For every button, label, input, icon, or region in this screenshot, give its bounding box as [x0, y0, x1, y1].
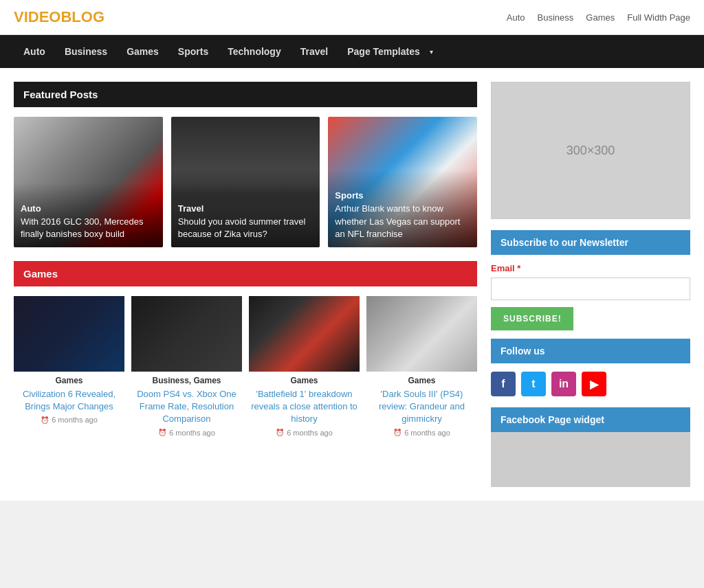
top-nav-item-games[interactable]: Games: [586, 12, 615, 23]
featured-title: With 2016 GLC 300, Mercedes finally bani…: [21, 216, 156, 240]
newsletter-title: Subscribe to our Newsletter: [491, 230, 690, 255]
time-text: 6 months ago: [52, 416, 98, 424]
featured-title: Arthur Blank wants to know whether Las V…: [335, 203, 470, 240]
featured-category: Sports: [335, 190, 470, 201]
instagram-icon[interactable]: in: [551, 372, 576, 396]
follow-title: Follow us: [491, 339, 690, 363]
clock-icon: ⏰: [158, 429, 166, 436]
nav-item-auto[interactable]: Auto: [14, 35, 55, 68]
featured-grid: AutoWith 2016 GLC 300, Mercedes finally …: [14, 117, 477, 247]
nav-item-games[interactable]: Games: [117, 35, 168, 68]
nav-item-sports[interactable]: Sports: [168, 35, 218, 68]
game-thumb: [14, 296, 124, 372]
nav-dropdown-page-templates[interactable]: Page Templates▾: [338, 35, 440, 68]
game-item: GamesCivilization 6 Revealed, Brings Maj…: [14, 296, 124, 437]
logo-part1: VIDEO: [14, 8, 60, 25]
game-timestamp: ⏰6 months ago: [366, 429, 477, 437]
ad-banner: 300×300: [491, 82, 690, 219]
featured-overlay: TravelShould you avoid summer travel bec…: [171, 183, 320, 247]
game-categories: Business, Games: [131, 376, 242, 385]
games-section: Games GamesCivilization 6 Revealed, Brin…: [14, 261, 477, 437]
featured-overlay: AutoWith 2016 GLC 300, Mercedes finally …: [14, 183, 163, 247]
game-categories: Games: [14, 376, 124, 385]
game-timestamp: ⏰6 months ago: [14, 416, 124, 424]
game-meta: Business, GamesDoom PS4 vs. Xbox One Fra…: [131, 376, 242, 437]
clock-icon: ⏰: [393, 429, 402, 436]
top-nav-item-auto[interactable]: Auto: [507, 12, 525, 23]
subscribe-button[interactable]: SUBSCRIBE!: [491, 307, 573, 330]
games-grid: GamesCivilization 6 Revealed, Brings Maj…: [14, 296, 477, 437]
featured-item-auto[interactable]: AutoWith 2016 GLC 300, Mercedes finally …: [14, 117, 163, 247]
featured-overlay: SportsArthur Blank wants to know whether…: [328, 170, 477, 247]
email-label: Email *: [491, 263, 690, 273]
nav-item-technology[interactable]: Technology: [218, 35, 291, 68]
featured-item-sports[interactable]: SportsArthur Blank wants to know whether…: [328, 117, 477, 247]
featured-category: Travel: [178, 203, 314, 214]
top-nav-item-business[interactable]: Business: [538, 12, 574, 23]
clock-icon: ⏰: [276, 429, 284, 436]
game-meta: Games'Battlefield 1' breakdown reveals a…: [249, 376, 360, 437]
game-categories: Games: [249, 376, 360, 385]
time-text: 6 months ago: [169, 429, 215, 437]
time-text: 6 months ago: [404, 429, 450, 437]
youtube-icon[interactable]: ▶: [582, 372, 606, 396]
top-navigation: AutoBusinessGamesFull Width Page: [507, 12, 690, 23]
nav-item-page-templates[interactable]: Page Templates: [338, 35, 430, 68]
featured-item-travel[interactable]: TravelShould you avoid summer travel bec…: [171, 117, 320, 247]
facebook-preview: [491, 432, 690, 487]
featured-category: Auto: [21, 203, 156, 214]
social-icons-list: ftin▶: [491, 372, 690, 396]
game-link[interactable]: 'Battlefield 1' breakdown reveals a clos…: [249, 388, 360, 426]
twitter-icon[interactable]: t: [521, 372, 546, 396]
facebook-page-widget: Facebook Page widget: [491, 407, 690, 487]
time-text: 6 months ago: [287, 429, 333, 437]
game-categories: Games: [366, 376, 477, 385]
site-logo[interactable]: VIDEOBLOG: [14, 8, 104, 26]
game-thumb: [131, 296, 242, 372]
chevron-down-icon: ▾: [430, 37, 440, 67]
game-meta: GamesCivilization 6 Revealed, Brings Maj…: [14, 376, 124, 424]
game-timestamp: ⏰6 months ago: [131, 429, 242, 437]
facebook-icon[interactable]: f: [491, 372, 516, 396]
game-item: Business, GamesDoom PS4 vs. Xbox One Fra…: [131, 296, 242, 437]
logo-part2: BLOG: [60, 8, 104, 25]
email-input[interactable]: [491, 278, 690, 300]
games-section-header: Games: [14, 261, 477, 286]
featured-posts-section: Featured Posts AutoWith 2016 GLC 300, Me…: [14, 82, 477, 247]
game-thumb: [366, 296, 477, 372]
newsletter-widget: Subscribe to our Newsletter Email * SUBS…: [491, 230, 690, 330]
featured-posts-header: Featured Posts: [14, 82, 477, 107]
main-navigation: AutoBusinessGamesSportsTechnologyTravelP…: [0, 35, 704, 68]
game-link[interactable]: Civilization 6 Revealed, Brings Major Ch…: [14, 388, 124, 413]
game-link[interactable]: Doom PS4 vs. Xbox One Frame Rate, Resolu…: [131, 388, 242, 426]
follow-widget: Follow us ftin▶: [491, 339, 690, 396]
game-item: Games'Battlefield 1' breakdown reveals a…: [249, 296, 360, 437]
featured-title: Should you avoid summer travel because o…: [178, 216, 314, 240]
facebook-widget-title: Facebook Page widget: [491, 407, 690, 432]
game-link[interactable]: 'Dark Souls III' (PS4) review: Grandeur …: [366, 388, 477, 426]
sidebar: 300×300 Subscribe to our Newsletter Emai…: [491, 82, 690, 487]
nav-item-travel[interactable]: Travel: [291, 35, 338, 68]
clock-icon: ⏰: [41, 416, 49, 424]
game-meta: Games'Dark Souls III' (PS4) review: Gran…: [366, 376, 477, 437]
game-timestamp: ⏰6 months ago: [249, 429, 360, 437]
nav-item-business[interactable]: Business: [55, 35, 117, 68]
top-nav-item-full-width-page[interactable]: Full Width Page: [627, 12, 690, 23]
game-thumb: [249, 296, 360, 372]
game-item: Games'Dark Souls III' (PS4) review: Gran…: [366, 296, 477, 437]
